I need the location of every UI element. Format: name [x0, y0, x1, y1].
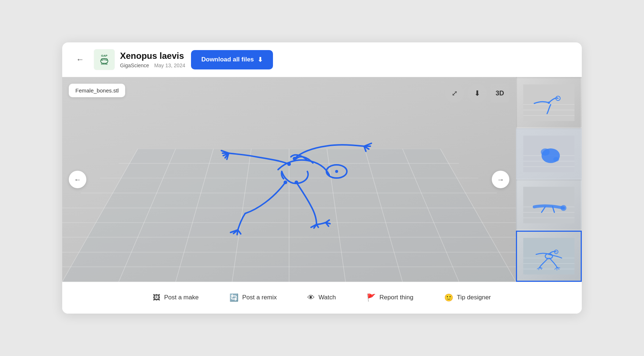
meta-row: GigaScience May 13, 2024 — [120, 63, 185, 68]
viewer-controls: ⤢ ⬇ 3D — [445, 84, 509, 103]
report-icon: 🚩 — [367, 293, 376, 302]
next-icon: → — [497, 175, 504, 184]
svg-point-44 — [541, 148, 550, 156]
frog-skeleton-svg — [194, 111, 384, 235]
viewer-canvas — [62, 77, 516, 282]
post-make-button[interactable]: 🖼 Post a make — [149, 291, 203, 305]
svg-point-29 — [293, 157, 296, 160]
svg-point-38 — [548, 102, 550, 104]
post-make-icon: 🖼 — [153, 293, 160, 302]
file-label: Female_bones.stl — [69, 84, 125, 97]
next-button[interactable]: → — [492, 171, 509, 188]
logo-svg: GAP s SCIE — [94, 49, 115, 70]
viewer-left: Female_bones.stl ⤢ ⬇ 3D ← → — [62, 77, 516, 282]
svg-point-31 — [295, 181, 298, 184]
tip-designer-button[interactable]: 🙂 Tip designer — [440, 290, 495, 305]
thumbnail-4[interactable] — [516, 231, 582, 282]
thumbnail-sidebar — [516, 77, 582, 282]
thumb-3-svg — [523, 187, 574, 223]
prev-button[interactable]: ← — [69, 171, 86, 188]
download-label: Download all files — [201, 56, 254, 63]
post-remix-label: Post a remix — [242, 294, 277, 301]
svg-point-32 — [335, 170, 338, 173]
tip-icon: 🙂 — [444, 293, 453, 302]
thumbnail-2[interactable] — [516, 128, 582, 179]
post-remix-icon: 🔄 — [229, 293, 239, 302]
3d-toggle-button[interactable]: 3D — [490, 84, 509, 103]
tip-label: Tip designer — [457, 294, 491, 301]
thumb-4-svg — [523, 238, 574, 274]
title-block: Xenopus laevis GigaScience May 13, 2024 — [120, 51, 185, 69]
logo-image: GAP s SCIE — [94, 49, 115, 70]
logo-area: GAP s SCIE Xenopus laevis GigaScience Ma… — [94, 49, 185, 70]
fullscreen-icon: ⤢ — [452, 89, 458, 98]
meta-date: May 13, 2024 — [154, 63, 185, 68]
thumbnail-1[interactable] — [516, 77, 582, 128]
main-container: ← GAP s SCIE Xenopus laevis GigaScience — [62, 42, 582, 314]
thumb-1-svg — [523, 84, 574, 121]
download-arrow-icon: ⬇ — [258, 56, 263, 64]
report-label: Report thing — [379, 294, 413, 301]
report-thing-button[interactable]: 🚩 Report thing — [362, 290, 418, 305]
prev-icon: ← — [74, 175, 81, 184]
action-bar: 🖼 Post a make 🔄 Post a remix 👁 Watch 🚩 R… — [62, 282, 582, 314]
viewer-download-button[interactable]: ⬇ — [468, 84, 487, 103]
post-make-label: Post a make — [164, 294, 199, 301]
thumbnail-3[interactable] — [516, 179, 582, 231]
post-remix-button[interactable]: 🔄 Post a remix — [225, 290, 281, 305]
viewer-section: Female_bones.stl ⤢ ⬇ 3D ← → — [62, 77, 582, 282]
3d-label: 3D — [495, 90, 504, 97]
watch-button[interactable]: 👁 Watch — [303, 291, 340, 305]
header: ← GAP s SCIE Xenopus laevis GigaScience — [62, 42, 582, 77]
watch-icon: 👁 — [307, 293, 315, 302]
svg-point-30 — [284, 181, 287, 184]
fullscreen-button[interactable]: ⤢ — [445, 84, 464, 103]
download-all-button[interactable]: Download all files ⬇ — [191, 50, 273, 69]
svg-point-28 — [287, 162, 291, 166]
model-title: Xenopus laevis — [120, 51, 185, 61]
svg-point-50 — [561, 205, 566, 211]
svg-point-45 — [553, 157, 559, 162]
svg-text:GAP: GAP — [101, 54, 108, 57]
viewer-download-icon: ⬇ — [474, 89, 480, 98]
thumb-2-svg — [523, 136, 574, 172]
meta-source: GigaScience — [120, 63, 149, 68]
back-button[interactable]: ← — [72, 53, 88, 67]
watch-label: Watch — [318, 294, 336, 301]
